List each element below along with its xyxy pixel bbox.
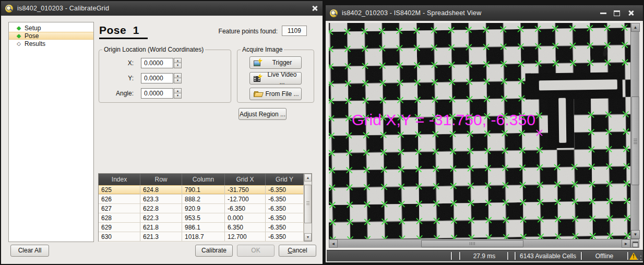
origin-x-input[interactable] [141, 58, 173, 68]
calibrate-button[interactable]: Calibrate [195, 245, 233, 257]
camera-trigger-icon [254, 59, 262, 66]
insight-app-icon [5, 5, 13, 13]
horizontal-scrollbar: ◄ ► [329, 239, 630, 248]
feature-points-value: 1109 [282, 26, 307, 36]
connection-status: Offline [583, 250, 626, 261]
cell: 12.700 [225, 232, 266, 241]
clear-all-button[interactable]: Clear All [10, 245, 49, 257]
spinner-down-icon[interactable]: ▼ [174, 78, 182, 83]
cell: 622.3 [140, 213, 182, 222]
cell: -6.350 [266, 204, 304, 213]
live-video-icon [254, 75, 262, 82]
cell: 953.5 [182, 213, 225, 222]
camera-image-viewport[interactable]: Grid X,Y = -31.750, -6.350 [329, 23, 630, 239]
horizontal-scroll-thumb[interactable] [421, 240, 523, 247]
cell: 630 [99, 232, 140, 241]
column-header-grid-x[interactable]: Grid X [225, 174, 266, 185]
cell: 624.8 [140, 185, 182, 194]
calibrate-grid-window: is8402_010203 - CalibrateGrid ◆Setup◆Pos… [0, 0, 324, 265]
cell: 621.8 [140, 223, 182, 232]
status-bar: 27.9 ms 6143 Available Cells Offline ! [327, 250, 643, 261]
spinner: ▲▼ [174, 88, 182, 99]
scroll-left-icon[interactable]: ◄ [329, 239, 338, 248]
spinner: ▲▼ [174, 73, 182, 83]
from-file-button[interactable]: From File ... [249, 88, 302, 100]
vertical-scroll-thumb[interactable] [631, 97, 639, 185]
cell: 1018.7 [182, 232, 225, 241]
button-label: Live Video ... [265, 71, 301, 86]
calibration-grid-image: Grid X,Y = -31.750, -6.350 [329, 23, 630, 239]
table-row[interactable]: 629621.8986.16.350-6.350 [99, 223, 304, 232]
sidebar-item-setup[interactable]: ◆Setup [9, 24, 93, 32]
spinner-up-icon[interactable]: ▲ [174, 58, 182, 64]
cell: 629 [99, 223, 140, 232]
table-scroll-thumb[interactable] [304, 185, 312, 223]
close-icon[interactable] [311, 5, 318, 12]
insight-app-icon [330, 9, 338, 17]
table-row[interactable]: 627622.8920.9-6.350-6.350 [99, 204, 304, 213]
table-row[interactable]: 630621.31018.712.700-6.350 [99, 232, 304, 242]
origin-y-input[interactable] [141, 73, 173, 83]
acquire-image-group: Acquire Image TriggerLive Video ...From … [237, 46, 314, 103]
origin-angle-input[interactable] [141, 88, 173, 99]
table-row[interactable]: 626623.3888.2-12.700-6.350 [99, 195, 304, 204]
table-scroll-up-icon[interactable]: ▲ [304, 174, 312, 182]
cell: 623.3 [140, 195, 182, 203]
cell: 888.2 [182, 195, 225, 203]
spinner-down-icon[interactable]: ▼ [174, 93, 182, 99]
sidebar-item-results[interactable]: ◇Results [9, 40, 93, 47]
minimize-icon[interactable] [600, 13, 606, 14]
cell: -6.350 [225, 204, 266, 213]
spreadsheet-titlebar[interactable]: is8402_010203 - IS8402M - Spreadsheet Vi… [326, 5, 643, 21]
column-header-grid-y[interactable]: Grid Y [266, 174, 304, 185]
spinner: ▲▼ [174, 58, 182, 68]
column-header-row[interactable]: Row [140, 174, 182, 185]
ok-button[interactable]: OK [237, 245, 275, 257]
scroll-up-icon[interactable]: ▲ [631, 23, 640, 32]
cell: 6.350 [225, 223, 266, 232]
vertical-scrollbar: ▲ ▼ [630, 23, 639, 239]
calibrate-grid-titlebar[interactable]: is8402_010203 - CalibrateGrid [1, 1, 323, 16]
screen: is8402_010203 - CalibrateGrid ◆Setup◆Pos… [0, 0, 644, 265]
cell: 0.000 [225, 213, 266, 222]
close-icon[interactable] [627, 9, 635, 17]
cell: 626 [99, 195, 140, 203]
origin-field-row: X:▲▼ [99, 57, 231, 68]
table-scrollbar: ▲ ▼ [304, 174, 312, 241]
origin-location-legend: Origin Location (World Coordinates) [102, 46, 205, 53]
table-scroll-down-icon[interactable]: ▼ [304, 233, 312, 241]
column-header-column[interactable]: Column [182, 174, 225, 185]
open-folder-icon [254, 90, 262, 98]
cell: -31.750 [225, 185, 266, 194]
trigger-button[interactable]: Trigger [249, 56, 302, 69]
table-row[interactable]: 628622.3953.50.000-6.350 [99, 213, 304, 223]
grid-xy-overlay-text: Grid X,Y = -31.750, -6.350 [352, 112, 535, 128]
cell: -6.350 [266, 213, 304, 222]
feature-points-label: Feature points found: [199, 28, 278, 35]
maximize-icon[interactable] [614, 10, 620, 16]
cell: -12.700 [225, 195, 266, 203]
sidebar-item-label: Setup [25, 25, 41, 32]
adjust-region-button[interactable]: Adjust Region ... [238, 108, 287, 120]
spinner-up-icon[interactable]: ▲ [174, 88, 182, 94]
origin-location-group: Origin Location (World Coordinates) X:▲▼… [99, 46, 231, 103]
spreadsheet-view-window: is8402_010203 - IS8402M - Spreadsheet Vi… [325, 4, 644, 263]
spinner-up-icon[interactable]: ▲ [174, 73, 182, 79]
origin-field-label: X: [99, 59, 141, 67]
origin-field-label: Y: [99, 75, 141, 82]
spinner-down-icon[interactable]: ▼ [174, 63, 182, 68]
acquisition-time: 27.9 ms [461, 250, 507, 261]
diamond-filled-green: ◆ [15, 25, 22, 31]
cell: 628 [99, 213, 140, 222]
column-header-index[interactable]: Index [99, 174, 140, 185]
live-video-button[interactable]: Live Video ... [249, 72, 302, 85]
scroll-right-icon[interactable]: ► [622, 239, 630, 248]
sidebar-item-pose[interactable]: ◆Pose [9, 32, 93, 40]
feature-points-table: IndexRowColumnGrid XGrid Y625624.8790.1-… [98, 173, 312, 242]
resize-grip[interactable] [637, 255, 642, 260]
calibrate-grid-title: is8402_010203 - CalibrateGrid [17, 5, 109, 12]
cancel-button[interactable]: Cancel [279, 245, 316, 257]
scrollbar-corner-button[interactable] [630, 239, 639, 248]
table-row[interactable]: 625624.8790.1-31.750-6.350 [99, 185, 304, 195]
scroll-down-icon[interactable]: ▼ [631, 230, 640, 239]
